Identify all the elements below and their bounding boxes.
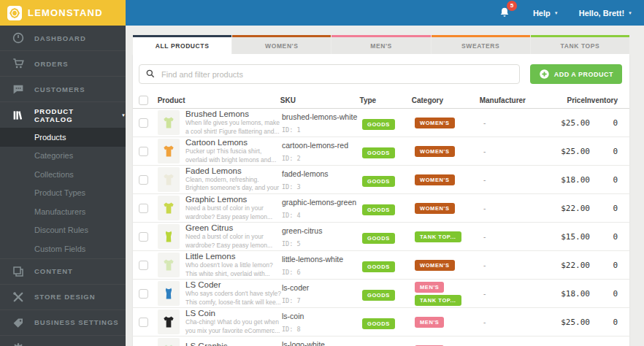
sidebar-item-business-settings[interactable]: BUSINESS SETTINGS — [0, 310, 126, 336]
sidebar-subitem-categories[interactable]: Categories — [0, 147, 126, 166]
add-product-button[interactable]: ADD A PRODUCT — [530, 64, 622, 84]
product-thumbnail[interactable] — [158, 253, 180, 277]
plus-circle-icon — [539, 69, 550, 80]
inventory-value: 0 — [590, 204, 629, 213]
product-name-link[interactable]: Cartoon Lemons — [185, 138, 282, 147]
header-sku[interactable]: SKU — [280, 96, 360, 104]
price-value: $25.00 — [545, 318, 590, 327]
product-thumbnail[interactable] — [158, 310, 180, 334]
header-category[interactable]: Category — [412, 96, 480, 104]
product-thumbnail[interactable] — [158, 139, 180, 164]
row-checkbox[interactable] — [139, 318, 148, 327]
tab-label: WOMEN'S — [265, 42, 298, 50]
row-checkbox[interactable] — [139, 118, 148, 128]
product-name-link[interactable]: LS Graphic — [185, 342, 282, 346]
product-name-link[interactable]: Green Citrus — [185, 223, 282, 232]
tab-label: SWEATERS — [461, 42, 499, 50]
inventory-value: 0 — [590, 261, 629, 270]
sidebar-subitem-collections[interactable]: Collections — [0, 165, 126, 184]
header-price[interactable]: Price — [540, 96, 585, 104]
table-row: Little LemonsWho doesn't love a little l… — [133, 251, 629, 280]
sidebar-subitem-manufacturers[interactable]: Manufacturers — [0, 202, 126, 221]
tab-sweaters[interactable]: SWEATERS — [432, 35, 530, 54]
tab-tank-tops[interactable]: TANK TOPS — [531, 35, 629, 54]
product-description: Clean, modern, refreshing. Brighten some… — [185, 176, 282, 193]
product-name-link[interactable]: Faded Lemons — [185, 166, 282, 175]
sidebar-item-content[interactable]: CONTENT — [0, 259, 126, 285]
help-menu[interactable]: Help ▼ — [533, 9, 559, 18]
sidebar-item-product-catalog[interactable]: PRODUCT CATALOG ▼ — [0, 102, 126, 128]
product-name-link[interactable]: Little Lemons — [185, 252, 282, 261]
sidebar-item-store-design[interactable]: STORE DESIGN — [0, 285, 126, 310]
tab-all-products[interactable]: ALL PRODUCTS — [133, 35, 231, 54]
sidebar-subitem-custom-fields[interactable]: Custom Fields — [0, 239, 126, 258]
sidebar-item-label: DASHBOARD — [34, 34, 86, 42]
product-id: ID: 1 — [282, 126, 362, 134]
row-checkbox[interactable] — [139, 175, 148, 185]
manufacturer-value: - — [483, 233, 545, 241]
main-content: ALL PRODUCTS WOMEN'S MEN'S SWEATERS TANK… — [126, 26, 644, 346]
product-id: ID: 7 — [282, 297, 362, 304]
product-thumbnail[interactable] — [158, 224, 180, 249]
product-description: Need a burst of color in your wardrobe? … — [185, 233, 282, 249]
price-value: $15.00 — [545, 232, 590, 242]
manufacturer-value: - — [483, 290, 545, 298]
sidebar-subitem-product-types[interactable]: Product Types — [0, 184, 126, 203]
category-badge: WOMEN'S — [415, 118, 455, 128]
row-checkbox[interactable] — [139, 147, 148, 156]
product-name-link[interactable]: Graphic Lemons — [185, 195, 282, 204]
sidebar-item-administration[interactable]: ADMINISTRATION — [0, 336, 126, 346]
category-badge: MEN'S — [415, 282, 444, 293]
header-inventory[interactable]: Inventory — [585, 96, 629, 104]
product-thumbnail[interactable] — [158, 167, 180, 192]
manufacturer-value: - — [483, 261, 545, 269]
header-manufacturer[interactable]: Manufacturer — [480, 96, 540, 104]
table-header: Product SKU Type Category Manufacturer P… — [133, 93, 629, 109]
brand-name[interactable]: LEMONSTAND — [28, 7, 103, 18]
sidebar-subitem-products[interactable]: Products — [0, 128, 126, 147]
product-sku: ls-coin — [282, 312, 362, 320]
tab-label: MEN'S — [370, 42, 392, 50]
product-thumbnail[interactable] — [158, 196, 180, 220]
row-checkbox[interactable] — [139, 289, 148, 299]
notifications-bell-icon[interactable]: 5 — [498, 6, 513, 20]
product-name-link[interactable]: Brushed Lemons — [185, 109, 282, 118]
sidebar-subitem-discount-rules[interactable]: Discount Rules — [0, 221, 126, 240]
tab-mens[interactable]: MEN'S — [331, 35, 430, 54]
row-checkbox[interactable] — [139, 204, 148, 213]
header-type[interactable]: Type — [360, 96, 412, 104]
sidebar-item-orders[interactable]: ORDERS — [0, 51, 126, 77]
type-badge: GOODS — [362, 318, 395, 329]
add-product-label: ADD A PRODUCT — [554, 71, 613, 78]
table-row: LS CoderWho says coders don't have style… — [133, 280, 629, 308]
sidebar-item-label: PRODUCT CATALOG — [34, 107, 110, 123]
price-value: $18.00 — [545, 289, 590, 299]
row-checkbox[interactable] — [139, 232, 148, 242]
inventory-value: 0 — [590, 318, 629, 327]
product-thumbnail[interactable] — [158, 110, 180, 135]
tab-label: TANK TOPS — [561, 42, 600, 50]
product-thumbnail[interactable] — [158, 281, 180, 306]
product-id: ID: 3 — [282, 183, 362, 191]
tab-womens[interactable]: WOMEN'S — [232, 35, 331, 54]
row-checkbox[interactable] — [139, 261, 148, 270]
product-description: Pucker up! This fuscia shirt, overlaid w… — [185, 147, 282, 164]
price-value: $18.00 — [545, 175, 590, 185]
table-row: Brushed LemonsWhen life gives you lemons… — [133, 109, 629, 137]
sidebar-item-dashboard[interactable]: DASHBOARD — [0, 26, 126, 51]
sidebar-item-customers[interactable]: CUSTOMERS — [0, 77, 126, 102]
header-product[interactable]: Product — [158, 96, 280, 104]
category-badge: WOMEN'S — [415, 260, 455, 271]
product-name-link[interactable]: LS Coder — [185, 280, 282, 289]
category-badge: WOMEN'S — [415, 174, 455, 185]
user-menu[interactable]: Hello, Brett! ▼ — [579, 9, 632, 18]
category-tabs: ALL PRODUCTS WOMEN'S MEN'S SWEATERS TANK… — [133, 35, 629, 54]
product-catalog-books-icon — [12, 109, 25, 122]
table-row: LS GraphicThis white tee features ls-log… — [133, 337, 629, 346]
product-thumbnail[interactable] — [158, 338, 180, 346]
search-input[interactable] — [139, 64, 520, 84]
table-row: LS CoinCha-ching! What do you get when y… — [133, 308, 629, 337]
select-all-checkbox[interactable] — [139, 96, 148, 105]
inventory-value: 0 — [590, 175, 629, 185]
product-name-link[interactable]: LS Coin — [185, 309, 282, 318]
